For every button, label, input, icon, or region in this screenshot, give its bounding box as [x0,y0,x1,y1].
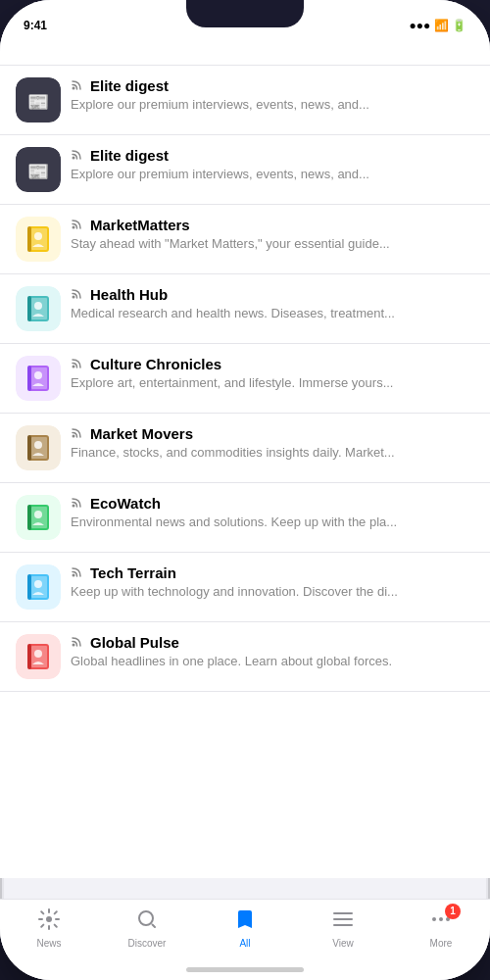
feed-title-row: Tech Terrain [71,564,474,581]
feed-info-1: Elite digest Explore our premium intervi… [71,77,474,114]
svg-point-11 [73,226,75,229]
svg-point-17 [73,296,75,299]
feed-description: Explore our premium interviews, events, … [71,167,404,183]
rss-icon [71,564,84,581]
nav-item-all[interactable]: All [196,907,294,949]
feed-description: Stay ahead with "Market Matters," your e… [71,236,404,253]
feed-title-row: MarketMatters [71,217,474,233]
feed-icon-6 [16,425,61,470]
feed-info-3: MarketMatters Stay ahead with "Market Ma… [71,217,474,253]
feed-description: Medical research and health news. Diseas… [71,306,404,322]
svg-point-29 [73,435,75,438]
feed-name: Culture Chronicles [90,356,221,372]
svg-point-48 [46,916,52,922]
rss-icon [71,495,84,512]
svg-point-40 [34,580,42,588]
svg-point-10 [34,232,42,240]
list-item[interactable]: Market Movers Finance, stocks, and commo… [0,414,490,483]
feed-title-row: Market Movers [71,425,474,442]
feed-description: Environmental news and solutions. Keep u… [71,514,404,531]
svg-rect-26 [27,435,31,461]
svg-point-22 [34,371,42,379]
feed-description: Explore our premium interviews, events, … [71,97,404,114]
feed-info-5: Culture Chronicles Explore art, entertai… [71,356,474,392]
rss-icon [71,286,84,303]
nav-item-view[interactable]: View [294,907,392,949]
list-item[interactable]: EcoWatch Environmental news and solution… [0,483,490,553]
feed-title-row: Health Hub [71,286,474,303]
svg-point-28 [34,441,42,449]
feed-info-2: Elite digest Explore our premium intervi… [71,147,474,183]
notch [186,0,304,27]
page-title-bar [0,43,490,66]
rss-icon [71,356,84,372]
feed-title-row: EcoWatch [71,495,474,512]
feed-icon-5 [16,356,61,401]
svg-point-16 [34,302,42,310]
list-item[interactable]: Tech Terrain Keep up with technology and… [0,553,490,622]
feed-list: 📰 Elite digest Explore our premium inter… [0,66,490,878]
nav-icon-view [331,907,355,935]
nav-item-more[interactable]: 1 More [392,907,490,949]
feed-name: Elite digest [90,147,169,164]
nav-label-view: View [332,938,354,949]
nav-icon-all [233,907,257,935]
nav-label-all: All [239,938,250,949]
svg-point-34 [34,511,42,518]
list-item[interactable]: MarketMatters Stay ahead with "Market Ma… [0,205,490,274]
feed-icon-4 [16,286,61,331]
home-indicator [186,967,304,972]
svg-rect-20 [27,366,31,391]
list-item[interactable]: Health Hub Medical research and health n… [0,274,490,344]
feed-icon-7 [16,495,61,540]
list-item[interactable]: Global Pulse Global headlines in one pla… [0,622,490,692]
svg-point-51 [439,917,443,921]
nav-icon-discover [135,907,159,935]
svg-point-5 [73,157,75,160]
feed-title-row: Elite digest [71,77,474,94]
feed-name: EcoWatch [90,495,161,512]
feed-description: Global headlines in one place. Learn abo… [71,654,404,670]
svg-point-23 [73,366,75,368]
feed-name: MarketMatters [90,217,190,233]
nav-label-more: More [430,938,453,949]
feed-info-4: Health Hub Medical research and health n… [71,286,474,322]
svg-rect-14 [27,296,31,321]
rss-icon [71,147,84,164]
feed-name: Health Hub [90,286,168,303]
nav-item-news[interactable]: News [0,907,98,949]
svg-text:📰: 📰 [27,161,50,182]
feed-description: Finance, stocks, and commodities insight… [71,445,404,462]
feed-title-row: Culture Chronicles [71,356,474,372]
feed-icon-9 [16,634,61,679]
svg-point-49 [139,911,153,925]
feed-description: Explore art, entertainment, and lifestyl… [71,375,404,392]
list-item[interactable]: 📰 Elite digest Explore our premium inter… [0,135,490,205]
svg-point-46 [34,650,42,658]
list-item[interactable]: 📰 Elite digest Explore our premium inter… [0,66,490,135]
feed-name: Tech Terrain [90,564,176,581]
svg-text:📰: 📰 [27,91,50,113]
svg-point-35 [73,505,75,508]
feed-title-row: Elite digest [71,147,474,164]
svg-rect-8 [27,226,31,252]
status-icons: ●●● 📶 🔋 [410,11,466,32]
feed-name: Global Pulse [90,634,179,651]
svg-point-50 [432,917,436,921]
svg-point-47 [73,644,75,647]
svg-rect-44 [27,644,31,669]
feed-info-7: EcoWatch Environmental news and solution… [71,495,474,531]
svg-point-2 [73,87,75,90]
feed-name: Market Movers [90,425,193,442]
svg-point-41 [73,574,75,577]
svg-rect-38 [27,574,31,600]
nav-badge-more: 1 [445,904,461,919]
feed-icon-2: 📰 [16,147,61,192]
nav-label-news: News [36,938,61,949]
feed-description: Keep up with technology and innovation. … [71,584,404,601]
list-item[interactable]: Culture Chronicles Explore art, entertai… [0,344,490,414]
feed-info-8: Tech Terrain Keep up with technology and… [71,564,474,601]
feed-icon-8 [16,564,61,610]
nav-label-discover: Discover [128,938,167,949]
nav-item-discover[interactable]: Discover [98,907,196,949]
